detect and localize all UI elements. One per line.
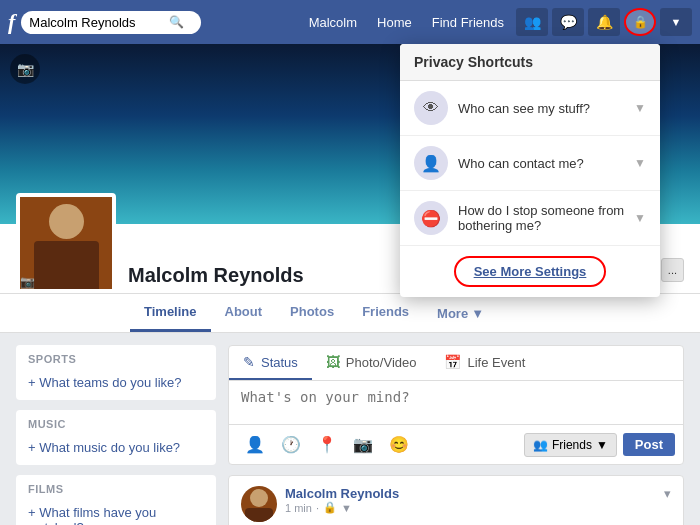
- privacy-contact-text: Who can contact me?: [458, 156, 634, 171]
- post-card: Malcolm Reynolds 1 min · 🔒 ▼ ▾ I hate re…: [228, 475, 684, 525]
- see-more-settings-button[interactable]: See More Settings: [454, 256, 607, 287]
- left-sidebar: SPORTS + What teams do you like? MUSIC +…: [16, 345, 216, 525]
- tab-more[interactable]: More ▼: [423, 296, 498, 331]
- privacy-panel: Privacy Shortcuts 👁 Who can see my stuff…: [400, 44, 660, 297]
- post-author-name[interactable]: Malcolm Reynolds: [285, 486, 656, 501]
- search-bar[interactable]: 🔍: [21, 11, 201, 34]
- composer-person-icon[interactable]: 👤: [237, 431, 273, 458]
- sidebar-films-header: FILMS: [16, 475, 216, 499]
- tab-timeline[interactable]: Timeline: [130, 294, 211, 332]
- event-tab-label: Life Event: [467, 355, 525, 370]
- messages-icon-wrapper: 💬: [552, 8, 584, 36]
- composer-actions: 👤 🕐 📍 📷 😊 👥 Friends ▼ Post: [229, 424, 683, 464]
- privacy-panel-title: Privacy Shortcuts: [400, 44, 660, 81]
- privacy-contact-icon: 👤: [414, 146, 448, 180]
- tab-friends[interactable]: Friends: [348, 294, 423, 332]
- privacy-item-block[interactable]: ⛔ How do I stop someone from bothering m…: [400, 191, 660, 246]
- see-more-settings-wrapper: See More Settings: [400, 246, 660, 297]
- post-type-tabs: ✎ Status 🖼 Photo/Video 📅 Life Event: [229, 346, 683, 381]
- privacy-block-arrow-icon: ▼: [634, 211, 646, 225]
- tab-photos[interactable]: Photos: [276, 294, 348, 332]
- post-meta: 1 min · 🔒 ▼: [285, 501, 656, 514]
- cover-camera-button[interactable]: 📷: [10, 54, 40, 84]
- post-avatar-body: [245, 508, 273, 522]
- friends-icon-wrapper: 👥: [516, 8, 548, 36]
- privacy-item-see-stuff[interactable]: 👁 Who can see my stuff? ▼: [400, 81, 660, 136]
- friends-dropdown-icon: ▼: [596, 438, 608, 452]
- status-tab-icon: ✎: [243, 354, 255, 370]
- sidebar-films-section: FILMS + What films have you watched?: [16, 475, 216, 525]
- post-privacy-icon: 🔒: [323, 501, 337, 514]
- nav-link-malcolm[interactable]: Malcolm: [301, 11, 365, 34]
- messages-nav-button[interactable]: 💬: [552, 8, 584, 36]
- profile-picture-wrapper: 📷: [16, 193, 116, 293]
- post-author-info: Malcolm Reynolds 1 min · 🔒 ▼: [285, 486, 656, 514]
- notifications-nav-button[interactable]: 🔔: [588, 8, 620, 36]
- whats-on-mind-input[interactable]: [229, 381, 683, 421]
- tab-more-chevron-icon: ▼: [471, 306, 484, 321]
- post-submit-button[interactable]: Post: [623, 433, 675, 456]
- profile-camera-icon[interactable]: 📷: [20, 275, 35, 289]
- post-header: Malcolm Reynolds 1 min · 🔒 ▼ ▾: [229, 476, 683, 525]
- tab-more-label: More: [437, 306, 468, 321]
- privacy-block-icon: ⛔: [414, 201, 448, 235]
- privacy-block-text: How do I stop someone from bothering me?: [458, 203, 634, 233]
- facebook-logo: f: [8, 9, 15, 35]
- settings-nav-button[interactable]: ▼: [660, 8, 692, 36]
- event-tab-icon: 📅: [444, 354, 461, 370]
- friends-icon: 👥: [533, 438, 548, 452]
- composer-emoji-icon[interactable]: 😊: [381, 431, 417, 458]
- sidebar-music-section: MUSIC + What music do you like?: [16, 410, 216, 465]
- privacy-see-stuff-arrow-icon: ▼: [634, 101, 646, 115]
- post-tab-status[interactable]: ✎ Status: [229, 346, 312, 380]
- composer-location-icon[interactable]: 📍: [309, 431, 345, 458]
- status-tab-label: Status: [261, 355, 298, 370]
- composer-camera-icon[interactable]: 📷: [345, 431, 381, 458]
- post-time-unit: ·: [316, 502, 319, 514]
- sidebar-films-add[interactable]: + What films have you watched?: [16, 499, 216, 525]
- post-privacy-dropdown[interactable]: ▼: [341, 502, 352, 514]
- friends-nav-button[interactable]: 👥: [516, 8, 548, 36]
- post-avatar: [241, 486, 277, 522]
- post-composer: ✎ Status 🖼 Photo/Video 📅 Life Event 👤 🕐 …: [228, 345, 684, 465]
- post-tab-photo[interactable]: 🖼 Photo/Video: [312, 346, 431, 380]
- tab-about[interactable]: About: [211, 294, 277, 332]
- nav-links: Malcolm Home Find Friends 👥 💬 🔔 🔒 ▼: [301, 8, 692, 36]
- privacy-item-contact[interactable]: 👤 Who can contact me? ▼: [400, 136, 660, 191]
- privacy-see-stuff-text: Who can see my stuff?: [458, 101, 634, 116]
- profile-body-shape: [34, 241, 99, 293]
- main-content: SPORTS + What teams do you like? MUSIC +…: [0, 333, 700, 525]
- privacy-see-stuff-icon: 👁: [414, 91, 448, 125]
- post-collapse-icon[interactable]: ▾: [664, 486, 671, 501]
- sidebar-music-header: MUSIC: [16, 410, 216, 434]
- post-time: 1 min: [285, 502, 312, 514]
- sidebar-sports-add[interactable]: + What teams do you like?: [16, 369, 216, 400]
- notifications-icon-wrapper: 🔔: [588, 8, 620, 36]
- top-navigation: f 🔍 Malcolm Home Find Friends 👥 💬 🔔 🔒 ▼: [0, 0, 700, 44]
- post-avatar-head: [250, 489, 268, 507]
- sidebar-music-add[interactable]: + What music do you like?: [16, 434, 216, 465]
- post-tab-event[interactable]: 📅 Life Event: [430, 346, 539, 380]
- profile-head-shape: [49, 204, 84, 239]
- profile-name: Malcolm Reynolds: [128, 264, 428, 293]
- profile-person-image: [31, 199, 101, 289]
- audience-friends-button[interactable]: 👥 Friends ▼: [524, 433, 617, 457]
- search-icon: 🔍: [169, 15, 184, 29]
- photo-tab-label: Photo/Video: [346, 355, 417, 370]
- privacy-icon-wrapper: 🔒: [624, 8, 656, 36]
- friends-label: Friends: [552, 438, 592, 452]
- privacy-contact-arrow-icon: ▼: [634, 156, 646, 170]
- profile-tabs: Timeline About Photos Friends More ▼: [0, 294, 700, 333]
- nav-link-home[interactable]: Home: [369, 11, 420, 34]
- more-actions-button[interactable]: ...: [661, 258, 684, 282]
- privacy-nav-button[interactable]: 🔒: [624, 8, 656, 36]
- right-feed: ✎ Status 🖼 Photo/Video 📅 Life Event 👤 🕐 …: [228, 345, 684, 525]
- sidebar-sports-section: SPORTS + What teams do you like?: [16, 345, 216, 400]
- sidebar-sports-header: SPORTS: [16, 345, 216, 369]
- composer-clock-icon[interactable]: 🕐: [273, 431, 309, 458]
- nav-link-find-friends[interactable]: Find Friends: [424, 11, 512, 34]
- search-input[interactable]: [29, 15, 169, 30]
- photo-tab-icon: 🖼: [326, 354, 340, 370]
